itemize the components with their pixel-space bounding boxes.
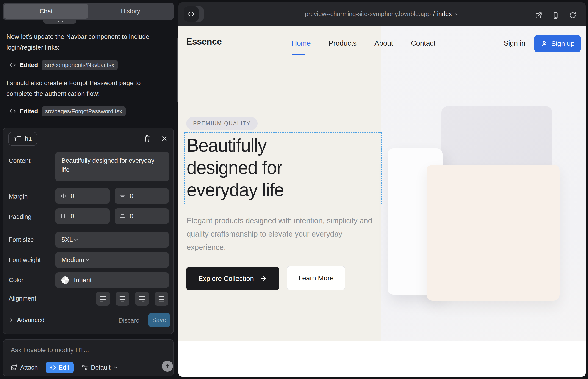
composer-input[interactable]: Ask Lovable to modify H1...: [11, 347, 89, 354]
padding-y-input[interactable]: 0: [115, 208, 169, 224]
margin-y-input[interactable]: 0: [115, 188, 169, 204]
chat-message: Now let's update the Navbar component to…: [6, 31, 162, 53]
align-right-button[interactable]: [135, 292, 149, 306]
font-weight-value: Medium: [62, 256, 84, 264]
delete-element-button[interactable]: [143, 134, 152, 143]
margin-horizontal-icon: [60, 193, 66, 199]
edited-label: Edited: [20, 108, 38, 115]
margin-label: Margin: [9, 193, 28, 200]
arrow-up-icon: [164, 363, 170, 369]
headline-line: Beautifully: [187, 134, 284, 157]
discard-button[interactable]: Discard: [119, 317, 140, 324]
edited-file-row[interactable]: Edited src/pages/ForgotPassword.tsx: [9, 106, 126, 117]
sign-up-label: Sign up: [551, 40, 575, 47]
url-domain: preview--charming-site-symphony.lovable.…: [305, 11, 431, 18]
edit-label: Edit: [59, 364, 69, 371]
dot: [62, 21, 63, 22]
site-logo[interactable]: Essence: [186, 36, 222, 47]
nav-link-products[interactable]: Products: [329, 39, 356, 47]
align-center-icon: [119, 295, 126, 302]
tab-chat[interactable]: Chat: [4, 4, 88, 19]
padding-label: Padding: [9, 213, 31, 221]
align-left-button[interactable]: [96, 292, 110, 306]
arrow-right-icon: [260, 275, 267, 282]
tab-history[interactable]: History: [88, 4, 173, 19]
advanced-label: Advanced: [17, 316, 45, 324]
save-button[interactable]: Save: [148, 313, 170, 327]
margin-x-value: 0: [71, 192, 74, 200]
padding-vertical-icon: [119, 213, 126, 219]
advanced-toggle[interactable]: Advanced: [9, 316, 45, 324]
close-panel-button[interactable]: [160, 134, 169, 143]
font-size-label: Font size: [9, 236, 34, 243]
edit-mode-button[interactable]: Edit: [46, 362, 74, 373]
margin-vertical-icon: [119, 193, 126, 199]
chevron-down-icon: [84, 257, 90, 263]
align-center-button[interactable]: [116, 292, 129, 306]
attach-image-icon: [11, 364, 18, 371]
content-input[interactable]: Beautifully designed for everyday life: [56, 152, 169, 181]
nav-active-underline: [292, 54, 305, 55]
font-weight-select[interactable]: Medium: [56, 252, 169, 268]
chevron-right-icon: [9, 318, 14, 323]
element-editor-panel: h1 Content Beautifully designed for ever…: [3, 127, 174, 334]
hero-headline[interactable]: Beautifully designed for everyday life: [187, 134, 284, 201]
user-icon: [541, 40, 548, 47]
dot: [58, 21, 59, 22]
padding-x-input[interactable]: 0: [56, 208, 110, 224]
padding-x-value: 0: [71, 212, 74, 220]
learn-more-label: Learn More: [298, 274, 333, 282]
mode-label: Default: [91, 364, 110, 371]
premium-quality-badge: PREMIUM QUALITY: [186, 117, 258, 130]
mobile-view-button[interactable]: [552, 12, 559, 19]
refresh-button[interactable]: [569, 12, 576, 19]
chevron-down-icon: [73, 237, 79, 243]
url-page: index: [437, 11, 452, 18]
file-chip[interactable]: src/pages/ForgotPassword.tsx: [42, 107, 125, 116]
open-external-button[interactable]: [535, 12, 542, 19]
mode-select[interactable]: Default: [81, 364, 119, 371]
sidebar-scrollbar[interactable]: [177, 38, 178, 102]
preview-pane: preview--charming-site-symphony.lovable.…: [178, 2, 586, 377]
clipped-chip: [43, 20, 76, 24]
nav-link-about[interactable]: About: [374, 39, 393, 47]
send-button[interactable]: [162, 361, 173, 372]
color-label: Color: [9, 277, 24, 284]
align-justify-icon: [158, 295, 165, 302]
code-icon: [9, 62, 16, 68]
explore-collection-label: Explore Collection: [198, 275, 254, 283]
sign-in-link[interactable]: Sign in: [504, 39, 526, 47]
headline-line: everyday life: [187, 179, 284, 201]
edited-label: Edited: [20, 62, 38, 69]
nav-link-contact[interactable]: Contact: [411, 39, 435, 47]
chat-message: I should also create a Forgot Password p…: [6, 78, 162, 99]
padding-y-value: 0: [130, 212, 134, 220]
padding-horizontal-icon: [60, 213, 66, 219]
color-picker[interactable]: Inherit: [56, 272, 169, 288]
sign-up-button[interactable]: Sign up: [534, 35, 581, 52]
margin-x-input[interactable]: 0: [56, 188, 110, 204]
attach-button[interactable]: Attach: [11, 364, 38, 371]
explore-collection-button[interactable]: Explore Collection: [186, 267, 279, 290]
font-size-select[interactable]: 5XL: [56, 232, 169, 248]
url-breadcrumb[interactable]: preview--charming-site-symphony.lovable.…: [178, 11, 586, 18]
chat-history-tabbar: Chat History: [3, 3, 174, 20]
sliders-icon: [81, 364, 88, 371]
selected-element-badge: h1: [8, 132, 37, 146]
chat-composer: Ask Lovable to modify H1... Attach: [3, 339, 174, 377]
composer-toolbar: Attach Edit Default: [11, 362, 119, 373]
decor-beige-rectangle: [427, 165, 559, 300]
nav-link-home[interactable]: Home: [292, 39, 311, 47]
edited-file-row[interactable]: Edited src/components/Navbar.tsx: [9, 60, 118, 70]
font-weight-label: Font weight: [9, 256, 41, 264]
file-chip[interactable]: src/components/Navbar.tsx: [42, 60, 118, 70]
code-icon: [9, 109, 16, 114]
content-label: Content: [9, 157, 31, 164]
element-tag: h1: [25, 135, 32, 142]
align-justify-button[interactable]: [155, 292, 168, 306]
learn-more-button[interactable]: Learn More: [287, 266, 345, 290]
typography-icon: [14, 135, 22, 142]
target-icon: [50, 364, 56, 371]
hero-section: Essence Home Products About Contact Sign…: [178, 26, 586, 341]
site-nav: Home Products About Contact: [292, 39, 435, 47]
